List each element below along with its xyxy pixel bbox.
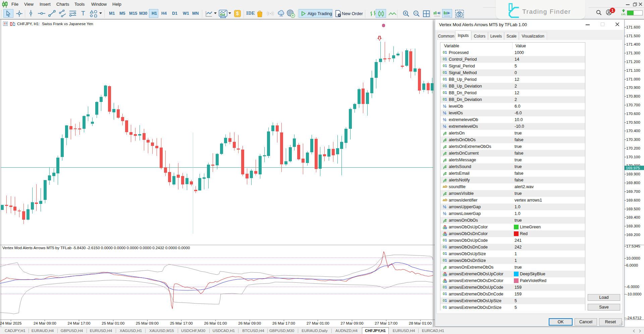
svg-text:171.500: 171.500 <box>626 34 640 38</box>
svg-text:169.400: 169.400 <box>626 215 640 219</box>
svg-text:170.300: 170.300 <box>626 137 640 142</box>
svg-text:169.800: 169.800 <box>626 181 640 185</box>
svg-text:169.900: 169.900 <box>626 172 640 176</box>
svg-text:170.500: 170.500 <box>626 120 640 124</box>
svg-text:CHFJPY, H1: Swiss Frank vs Ja: CHFJPY, H1: Swiss Frank vs Japanese Yen <box>17 22 93 26</box>
svg-text:170.800: 170.800 <box>626 94 640 98</box>
svg-text:171.300: 171.300 <box>626 51 640 55</box>
svg-text:6.0000: 6.0000 <box>626 263 638 267</box>
svg-text:28 Mar 01:00: 28 Mar 01:00 <box>409 321 432 325</box>
svg-text:169.600: 169.600 <box>626 198 640 202</box>
svg-text:-24.6712: -24.6712 <box>626 316 641 320</box>
svg-text:170.900: 170.900 <box>626 86 640 90</box>
svg-text:170.600: 170.600 <box>626 112 640 116</box>
svg-text:170.100: 170.100 <box>626 155 640 159</box>
svg-text:26 Mar 09:00: 26 Mar 09:00 <box>238 321 261 325</box>
svg-text:169.300: 169.300 <box>626 224 640 228</box>
svg-text:169.200: 169.200 <box>626 233 640 237</box>
svg-text:27 Mar 17:00: 27 Mar 17:00 <box>375 321 397 325</box>
svg-text:17.5345: 17.5345 <box>626 244 640 248</box>
svg-text:27 Mar 09:00: 27 Mar 09:00 <box>341 321 364 325</box>
svg-text:25 Mar 01:00: 25 Mar 01:00 <box>102 321 124 325</box>
svg-text:27 Mar 01:00: 27 Mar 01:00 <box>307 321 329 325</box>
svg-text:26 Mar 17:00: 26 Mar 17:00 <box>272 321 295 325</box>
svg-text:24 Mar 17:00: 24 Mar 17:00 <box>68 321 91 325</box>
svg-text:-6.0000: -6.0000 <box>626 285 639 289</box>
svg-text:25 Mar 17:00: 25 Mar 17:00 <box>170 321 193 325</box>
svg-text:171.600: 171.600 <box>626 25 640 29</box>
svg-text:10.0000: 10.0000 <box>626 256 640 260</box>
svg-text:26 Mar 01:00: 26 Mar 01:00 <box>204 321 227 325</box>
svg-text:170.200: 170.200 <box>626 146 640 150</box>
svg-text:Vertex Mod Alerts Arrows MT5 b: Vertex Mod Alerts Arrows MT5 by TFLab -5… <box>2 246 190 250</box>
svg-text:24 Mar 09:00: 24 Mar 09:00 <box>34 321 56 325</box>
svg-text:-10.0000: -10.0000 <box>626 292 641 296</box>
svg-text:171.100: 171.100 <box>626 68 640 72</box>
svg-text:170.700: 170.700 <box>626 103 640 107</box>
svg-text:169.500: 169.500 <box>626 207 640 211</box>
svg-text:171.000: 171.000 <box>626 77 640 81</box>
svg-text:LVL: LVL <box>621 13 626 16</box>
svg-text:171.200: 171.200 <box>626 60 640 64</box>
svg-text:171.400: 171.400 <box>626 42 640 46</box>
svg-text:170.400: 170.400 <box>626 129 640 133</box>
svg-text:169.975: 169.975 <box>626 166 640 170</box>
svg-text:24 Mar 2025: 24 Mar 2025 <box>0 321 21 325</box>
svg-text:169.700: 169.700 <box>626 189 640 193</box>
svg-text:25 Mar 09:00: 25 Mar 09:00 <box>136 321 159 325</box>
